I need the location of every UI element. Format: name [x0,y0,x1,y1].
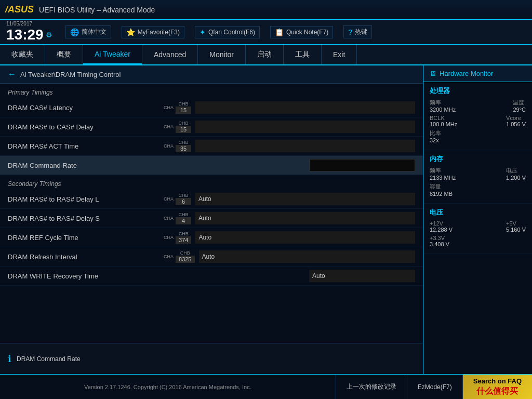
bclk-label: BCLK [430,115,457,121]
fan-icon: ✦ [200,28,206,36]
voltage-section-title: 电压 [430,208,526,217]
channel-cha-rrl: CHA [164,196,174,202]
bottom-bar: Version 2.17.1246. Copyright (C) 2016 Am… [0,374,532,399]
nav-label-ai-tweaker: Ai Tweaker [95,50,130,58]
hotkey-button[interactable]: ? 热键 [343,25,372,38]
setting-row-ras-act[interactable]: DRAM RAS# ACT Time CHA CHB 35 [0,137,423,156]
back-button[interactable]: ← [8,70,16,79]
input-cas-latency[interactable] [195,101,415,114]
nav-bar: 收藏夹 概要 Ai Tweaker Advanced Monitor 启动 工具… [0,45,532,65]
ratio-value: 32x [430,137,441,143]
cpu-temp-value: 29°C [513,107,526,113]
favorite-icon: ⭐ [126,28,135,36]
setting-row-ras-ras-s[interactable]: DRAM RAS# to RAS# Delay S CHA CHB 4 Auto [0,209,423,228]
setting-row-command-rate[interactable]: DRAM Command Rate [0,156,423,175]
nav-label-tools: 工具 [295,50,310,59]
setting-row-write-recovery[interactable]: DRAM WRITE Recovery Time Auto [0,267,423,286]
channel-chb-ri: CHB 8325 [176,250,194,263]
nav-item-boot[interactable]: 启动 [246,45,284,64]
channel-chb-rrs: CHB 4 [176,212,191,224]
time-bar: 11/05/2017 13:29 ⚙ 🌐 简体中文 ⭐ MyFavorite(F… [0,20,532,45]
input-command-rate[interactable] [309,159,415,171]
ratio-row: 比率 32x [430,129,526,143]
chb-value-ri: 8325 [176,256,194,263]
channels-ras-ras-l: CHA CHB 6 [164,193,191,205]
nav-item-favorites[interactable]: 收藏夹 [0,45,45,64]
last-change-button[interactable]: 上一次的修改记录 [336,375,407,399]
hw-monitor-title: 🖥 Hardware Monitor [423,65,532,82]
qfan-label: Qfan Control(F6) [208,29,255,36]
channels-ras-ras-s: CHA CHB 4 [164,212,191,224]
search-button[interactable]: Search on FAQ 什么值得买 [462,375,532,399]
nav-item-advanced[interactable]: Advanced [142,45,198,64]
channels-ras-act: CHA CHB 35 [164,140,191,152]
mem-freq-value: 2133 MHz [430,175,456,181]
bclk-row: BCLK 100.0 MHz Vcore 1.056 V [430,115,526,127]
nav-label-boot: 启动 [257,50,272,59]
nav-item-monitor[interactable]: Monitor [198,45,246,64]
cpu-freq-label: 频率 [430,99,456,107]
chb-value-rrs: 4 [176,217,191,224]
channels-refresh-interval: CHA CHB 8325 [164,250,195,263]
settings-gear-icon[interactable]: ⚙ [46,31,52,39]
myfavorite-button[interactable]: ⭐ MyFavorite(F3) [122,26,184,38]
primary-timings-header: Primary Timings [0,84,423,98]
datetime-display: 11/05/2017 13:29 ⚙ [6,21,52,43]
auto-value-ras-ras-s: Auto [195,212,415,224]
ez-mode-button[interactable]: EzMode(F7) [407,375,462,399]
setting-row-ras-ras-l[interactable]: DRAM RAS# to RAS# Delay L CHA CHB 6 Auto [0,190,423,209]
mem-capacity-value: 8192 MB [430,191,453,197]
channel-chb-rrl: CHB 6 [176,193,191,205]
favorite-label: MyFavorite(F3) [138,29,180,36]
channels-ref-cycle: CHA CHB 374 [164,231,191,244]
hw-monitor-title-text: Hardware Monitor [440,70,493,77]
channels-cas-latency: CHA CHB 15 [164,101,191,114]
nav-item-exit[interactable]: Exit [322,45,357,64]
cpu-temp-label: 温度 [513,99,526,107]
quick-note-label: Quick Note(F7) [286,29,328,36]
language-selector[interactable]: 🌐 简体中文 [65,25,111,38]
setting-row-refresh-interval[interactable]: DRAM Refresh Interval CHA CHB 8325 Auto [0,247,423,267]
mem-freq-row: 频率 2133 MHz 电压 1.200 V [430,167,526,181]
channels-ras-to-cas: CHA CHB 15 [164,121,191,133]
chb-value-cas: 15 [176,107,191,114]
quick-note-button[interactable]: 📋 Quick Note(F7) [270,26,333,38]
channel-cha-rtc: CHA [164,124,174,129]
channel-cha-cas: CHA [164,105,174,110]
channel-cha-act: CHA [164,143,174,149]
input-ras-to-cas[interactable] [195,121,415,133]
voltage-12v-row: +12V 12.288 V +5V 5.160 V [430,220,526,233]
nav-item-overview[interactable]: 概要 [45,45,83,64]
voltage-section: 电压 +12V 12.288 V +5V 5.160 V +3.3V 3.408… [423,204,532,254]
mem-capacity-label: 容量 [430,183,453,191]
info-text: DRAM Command Rate [17,355,81,363]
setting-name-command-rate: DRAM Command Rate [8,162,164,169]
language-label: 简体中文 [82,28,107,36]
auto-value-ras-ras-l: Auto [195,193,415,205]
channel-chb-rtc: CHB 15 [176,121,191,133]
setting-name-cas-latency: DRAM CAS# Latency [8,104,164,112]
setting-row-cas-latency[interactable]: DRAM CAS# Latency CHA CHB 15 [0,98,423,117]
chb-value-rtc: 15 [176,126,191,133]
setting-row-ras-to-cas[interactable]: DRAM RAS# to CAS# Delay CHA CHB 15 [0,117,423,137]
nav-item-tools[interactable]: 工具 [284,45,322,64]
nav-item-ai-tweaker[interactable]: Ai Tweaker [83,45,142,64]
cpu-freq-value: 3200 MHz [430,107,456,113]
input-ras-act[interactable] [195,140,415,152]
mem-voltage-value: 1.200 V [506,175,526,181]
secondary-timings-header: Secondary Timings [0,175,423,190]
auto-value-refresh-interval: Auto [199,250,416,263]
setting-row-ref-cycle[interactable]: DRAM REF Cycle Time CHA CHB 374 Auto [0,228,423,247]
vcore-value: 1.056 V [506,121,526,127]
top-bar: /ASUS UEFI BIOS Utility – Advanced Mode [0,0,532,20]
v33-value: 3.408 V [430,241,449,247]
auto-value-ref-cycle: Auto [195,231,415,244]
v5-label: +5V [506,220,526,227]
qfan-control-button[interactable]: ✦ Qfan Control(F6) [195,26,260,38]
hardware-monitor-panel: 🖥 Hardware Monitor 处理器 频率 3200 MHz 温度 29… [423,65,532,374]
cpu-section-title: 处理器 [430,86,526,96]
left-content: ← Ai Tweaker\DRAM Timing Control Primary… [0,65,423,374]
setting-name-ras-ras-l: DRAM RAS# to RAS# Delay L [8,195,164,203]
last-change-label: 上一次的修改记录 [347,382,396,391]
setting-name-ref-cycle: DRAM REF Cycle Time [8,234,164,242]
